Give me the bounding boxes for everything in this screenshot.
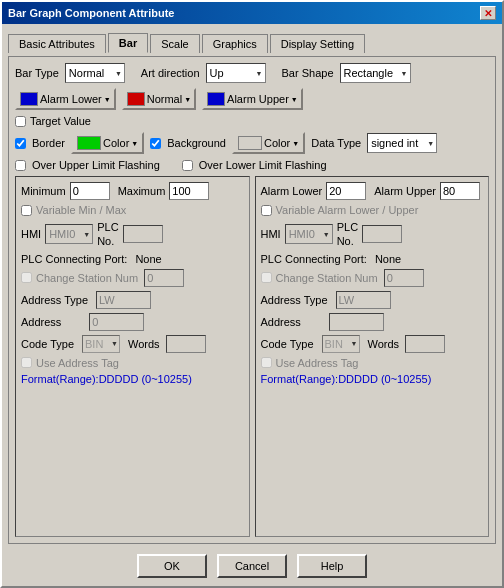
- bar-type-row: Bar Type Normal Art direction Up Bar Sha…: [15, 63, 489, 83]
- close-button[interactable]: ✕: [480, 6, 496, 20]
- address-label-left: Address: [21, 316, 61, 328]
- address-row-right: Address: [261, 313, 484, 331]
- code-type-label-right: Code Type: [261, 338, 314, 350]
- bar-type-select-wrap[interactable]: Normal: [65, 63, 125, 83]
- port-row-left: PLC Connecting Port: None: [21, 253, 244, 265]
- border-color-arrow: ▼: [131, 140, 138, 147]
- variable-minmax-checkbox[interactable]: [21, 205, 32, 216]
- code-type-select-wrap-right[interactable]: BIN: [322, 335, 360, 353]
- hmi-dropdown-left[interactable]: HMI0: [45, 224, 93, 244]
- address-input-right: [329, 313, 384, 331]
- words-input-right: [405, 335, 445, 353]
- target-value-label: Target Value: [30, 115, 91, 127]
- normal-btn[interactable]: Normal ▼: [122, 88, 196, 110]
- change-station-checkbox-left[interactable]: [21, 272, 32, 283]
- over-upper-checkbox[interactable]: [15, 160, 26, 171]
- tab-graphics[interactable]: Graphics: [202, 34, 268, 53]
- bar-type-select[interactable]: Normal: [65, 63, 125, 83]
- color-buttons-row: Alarm Lower ▼ Normal ▼ Alarm Upper ▼: [15, 88, 489, 110]
- alarm-lower-btn-label: Alarm Lower: [40, 93, 102, 105]
- border-color-btn[interactable]: Color ▼: [71, 132, 144, 154]
- border-checkbox[interactable]: [15, 138, 26, 149]
- code-type-label-left: Code Type: [21, 338, 74, 350]
- address-type-label-right: Address Type: [261, 294, 328, 306]
- help-button[interactable]: Help: [297, 554, 367, 578]
- window: Bar Graph Component Attribute ✕ Basic At…: [0, 0, 504, 588]
- border-label: Border: [32, 137, 65, 149]
- alarm-upper-btn-label: Alarm Upper: [227, 93, 289, 105]
- tab-bar[interactable]: Bar: [108, 33, 148, 53]
- use-address-label-right: Use Address Tag: [276, 357, 359, 369]
- hmi-select-right[interactable]: HMI0: [285, 224, 333, 244]
- left-panel: Minimum Maximum Variable Min / Max HMI: [15, 176, 250, 537]
- format-label-left: Format(Range):DDDDD (0~10255): [21, 373, 192, 385]
- change-station-row-right: Change Station Num: [261, 269, 484, 287]
- target-value-checkbox[interactable]: [15, 116, 26, 127]
- bar-shape-label: Bar Shape: [282, 67, 334, 79]
- format-row-left: Format(Range):DDDDD (0~10255): [21, 373, 244, 385]
- over-lower-checkbox[interactable]: [182, 160, 193, 171]
- over-lower-label: Over Lower Limit Flashing: [199, 159, 327, 171]
- change-station-row-left: Change Station Num: [21, 269, 244, 287]
- tab-basic[interactable]: Basic Attributes: [8, 34, 106, 53]
- data-type-select-wrap[interactable]: signed int: [367, 133, 437, 153]
- bar-shape-select-wrap[interactable]: Rectangle: [340, 63, 411, 83]
- code-type-select-left[interactable]: BIN: [82, 335, 120, 353]
- background-color-btn[interactable]: Color ▼: [232, 132, 305, 154]
- port-label-left: PLC Connecting Port:: [21, 253, 127, 265]
- alarm-upper-btn[interactable]: Alarm Upper ▼: [202, 88, 303, 110]
- alarm-values-row: Alarm Lower Alarm Upper: [261, 182, 484, 200]
- hmi-plc-row-right: HMI HMI0 PLC No.: [261, 220, 484, 249]
- change-station-checkbox-right[interactable]: [261, 272, 272, 283]
- hmi-select-left[interactable]: HMI0: [45, 224, 93, 244]
- address-input-left: [89, 313, 144, 331]
- hmi-label-right: HMI: [261, 228, 281, 240]
- cancel-button[interactable]: Cancel: [217, 554, 287, 578]
- alarm-upper-label-right: Alarm Upper: [374, 185, 436, 197]
- tab-bar: Basic Attributes Bar Scale Graphics Disp…: [8, 28, 496, 52]
- background-color-label: Color: [264, 137, 290, 149]
- use-address-checkbox-left[interactable]: [21, 357, 32, 368]
- background-checkbox[interactable]: [150, 138, 161, 149]
- use-address-checkbox-right[interactable]: [261, 357, 272, 368]
- port-value-right: None: [375, 253, 401, 265]
- use-address-row-left: Use Address Tag: [21, 357, 244, 369]
- alarm-lower-input[interactable]: [326, 182, 366, 200]
- data-type-label: Data Type: [311, 137, 361, 149]
- hmi-dropdown-right[interactable]: HMI0: [285, 224, 333, 244]
- variable-alarm-checkbox[interactable]: [261, 205, 272, 216]
- alarm-lower-swatch: [20, 92, 38, 106]
- words-label-right: Words: [368, 338, 400, 350]
- code-type-select-wrap-left[interactable]: BIN: [82, 335, 120, 353]
- flashing-row: Over Upper Limit Flashing Over Lower Lim…: [15, 159, 489, 171]
- tab-display[interactable]: Display Setting: [270, 34, 365, 53]
- ok-button[interactable]: OK: [137, 554, 207, 578]
- normal-btn-label: Normal: [147, 93, 182, 105]
- hmi-label-left: HMI: [21, 228, 41, 240]
- alarm-upper-input[interactable]: [440, 182, 480, 200]
- tab-scale[interactable]: Scale: [150, 34, 200, 53]
- background-color-swatch: [238, 136, 262, 150]
- address-type-label-left: Address Type: [21, 294, 88, 306]
- minimum-input[interactable]: [70, 182, 110, 200]
- change-station-input-right: [384, 269, 424, 287]
- maximum-input[interactable]: [169, 182, 209, 200]
- alarm-upper-arrow: ▼: [291, 96, 298, 103]
- border-color-swatch: [77, 136, 101, 150]
- border-color-label: Color: [103, 137, 129, 149]
- port-row-right: PLC Connecting Port: None: [261, 253, 484, 265]
- bar-shape-select[interactable]: Rectangle: [340, 63, 411, 83]
- plc-no-input-left: [123, 225, 163, 243]
- art-direction-select-wrap[interactable]: Up: [206, 63, 266, 83]
- plc-label-left: PLC: [97, 220, 118, 234]
- words-input-left: [166, 335, 206, 353]
- address-type-row-left: Address Type: [21, 291, 244, 309]
- data-type-select[interactable]: signed int: [367, 133, 437, 153]
- window-title: Bar Graph Component Attribute: [8, 7, 174, 19]
- address-type-input-right: [336, 291, 391, 309]
- alarm-lower-btn[interactable]: Alarm Lower ▼: [15, 88, 116, 110]
- variable-alarm-row: Variable Alarm Lower / Upper: [261, 204, 484, 216]
- art-direction-select[interactable]: Up: [206, 63, 266, 83]
- change-station-label-right: Change Station Num: [276, 272, 378, 284]
- code-type-select-right[interactable]: BIN: [322, 335, 360, 353]
